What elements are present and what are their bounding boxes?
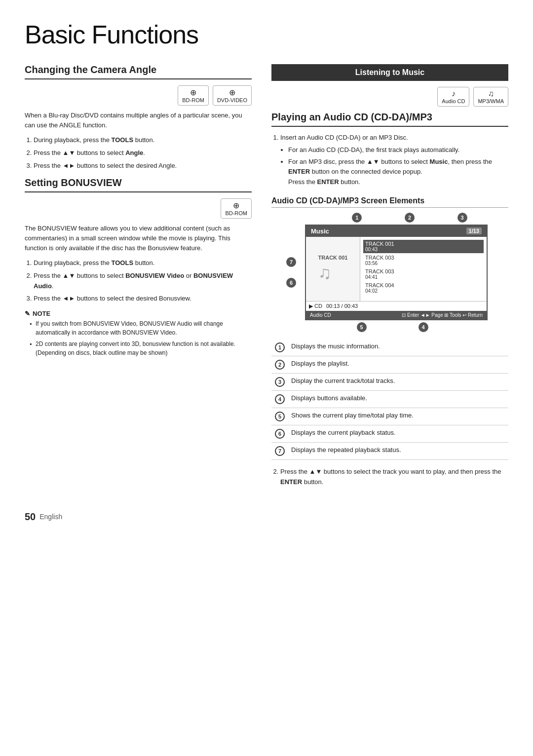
section-camera-angle-title: Changing the Camera Angle <box>25 64 252 79</box>
callout-3: 3 <box>457 213 467 223</box>
note-list: If you switch from BONUSVIEW Video, BONU… <box>25 319 252 357</box>
left-callouts: 7 6 <box>286 225 296 320</box>
playback-time: 00:13 / 00:43 <box>326 303 358 309</box>
info-row-6: 6 Displays the current playback status. <box>271 425 508 442</box>
music-note-icon: ♫ <box>318 263 348 283</box>
info-text-1: Displays the music information. <box>288 339 508 356</box>
info-row-1: 1 Displays the music information. <box>271 339 508 356</box>
step-2-list: Press the ▲▼ buttons to select the track… <box>271 467 508 488</box>
callout-5: 5 <box>357 322 367 332</box>
info-num-5: 5 <box>275 412 285 421</box>
dvd-video-icon: ⊕ DVD-VIDEO <box>213 85 252 106</box>
info-text-6: Displays the current playback status. <box>288 425 508 442</box>
playing-step-1: Insert an Audio CD (CD-DA) or an MP3 Dis… <box>280 133 508 188</box>
info-num-4: 4 <box>275 394 285 404</box>
page-number: 50 <box>25 511 36 523</box>
info-text-2: Displays the playlist. <box>288 356 508 373</box>
bottom-callouts: 5 4 <box>286 322 494 332</box>
callout-1: 1 <box>352 213 362 223</box>
info-num-2: 2 <box>275 360 285 370</box>
info-text-7: Displays the repeated playback status. <box>288 442 508 459</box>
bullet-2: For an MP3 disc, press the ▲▼ buttons to… <box>288 157 508 188</box>
page-footer: 50 English <box>25 511 508 523</box>
track-active: TRACK 001 00:43 <box>363 240 484 253</box>
bonusview-body: The BONUSVIEW feature allows you to view… <box>25 224 252 253</box>
info-table-body: 1 Displays the music information. 2 Disp… <box>271 339 508 460</box>
info-num-3: 3 <box>275 377 285 387</box>
info-num-1: 1 <box>275 342 285 352</box>
camera-angle-icons: ⊕ BD-ROM ⊕ DVD-VIDEO <box>25 85 252 106</box>
screen-music-icon: TRACK 001 ♫ <box>306 237 360 301</box>
playing-steps: Insert an Audio CD (CD-DA) or an MP3 Dis… <box>271 133 508 188</box>
info-row-5: 5 Shows the current play time/total play… <box>271 408 508 425</box>
track-left-label: TRACK 001 <box>318 255 348 261</box>
note-label: NOTE <box>33 310 50 317</box>
track-3: TRACK 003 04:41 <box>363 267 484 281</box>
bonusview-icons: ⊕ BD-ROM <box>25 198 252 219</box>
info-row-3: 3 Display the current track/total tracks… <box>271 373 508 390</box>
callout-2: 2 <box>405 213 415 223</box>
screen-right-panel: TRACK 001 00:43 TRACK 003 03:56 TRACK 00… <box>360 237 487 301</box>
left-column: Changing the Camera Angle ⊕ BD-ROM ⊕ DVD… <box>25 64 252 493</box>
section-bonusview-title: Setting BONUSVIEW <box>25 177 252 192</box>
music-screen: Music 1/13 TRACK 001 ♫ TRACK 001 <box>305 225 488 320</box>
footer-right-controls: ⊡ Enter ◄► Page ⊞ Tools ↩ Return <box>402 312 483 318</box>
listening-icons: ♪ Audio CD ♫ MP3/WMA <box>271 87 508 107</box>
info-num-7: 7 <box>275 446 285 456</box>
track-2: TRACK 003 03:56 <box>363 254 484 267</box>
listening-to-music-header: Listening to Music <box>271 64 508 81</box>
camera-step-1: During playback, press the TOOLS button. <box>34 135 252 146</box>
bonusview-step-1: During playback, press the TOOLS button. <box>34 258 252 268</box>
page-language: English <box>39 513 62 521</box>
bonusview-note: ✎ NOTE If you switch from BONUSVIEW Vide… <box>25 310 252 357</box>
camera-step-2: Press the ▲▼ buttons to select Angle. <box>34 148 252 158</box>
audio-cd-icon: ♪ Audio CD <box>437 87 469 107</box>
track-4: TRACK 004 04:02 <box>363 281 484 295</box>
note-pencil-icon: ✎ <box>25 310 30 317</box>
screen-elements-title: Audio CD (CD-DA)/MP3 Screen Elements <box>271 196 508 208</box>
camera-angle-body: When a Blu-ray Disc/DVD contains multipl… <box>25 111 252 130</box>
callout-4: 4 <box>419 322 428 332</box>
screen-track-badge: 1/13 <box>466 227 482 234</box>
info-text-3: Display the current track/total tracks. <box>288 373 508 390</box>
mp3-wma-icon: ♫ MP3/WMA <box>473 87 508 107</box>
top-callouts: 1 2 3 <box>286 213 494 223</box>
footer-left-label: Audio CD <box>310 312 331 318</box>
note-item-1: If you switch from BONUSVIEW Video, BONU… <box>30 319 252 337</box>
screen-body: TRACK 001 ♫ TRACK 001 00:43 TRACK 003 <box>306 237 487 301</box>
camera-angle-steps: During playback, press the TOOLS button.… <box>25 135 252 171</box>
bonusview-step-3: Press the ◄► buttons to select the desir… <box>34 294 252 304</box>
info-text-5: Shows the current play time/total play t… <box>288 408 508 425</box>
right-column: Listening to Music ♪ Audio CD ♫ MP3/WMA … <box>271 64 508 493</box>
screen-title: Music <box>311 227 329 235</box>
bonusview-steps: During playback, press the TOOLS button.… <box>25 258 252 304</box>
callout-6: 6 <box>286 278 296 288</box>
info-num-6: 6 <box>275 429 285 439</box>
callout-7: 7 <box>286 257 296 267</box>
info-row-7: 7 Displays the repeated playback status. <box>271 442 508 459</box>
screen-diagram-wrap: 1 2 3 7 6 Music 1/13 <box>286 213 494 332</box>
playback-mode: ▶ CD <box>309 303 322 309</box>
bonusview-step-2: Press the ▲▼ buttons to select BONUSVIEW… <box>34 271 252 292</box>
info-table: 1 Displays the music information. 2 Disp… <box>271 339 508 460</box>
bd-rom-icon: ⊕ BD-ROM <box>178 85 209 106</box>
screen-footer: Audio CD ⊡ Enter ◄► Page ⊞ Tools ↩ Retur… <box>306 311 487 319</box>
bullet-1: For an Audio CD (CD-DA), the first track… <box>288 145 508 155</box>
screen-controls: ▶ CD 00:13 / 00:43 <box>306 301 487 311</box>
note-item-2: 2D contents are playing convert into 3D,… <box>30 340 252 357</box>
page-title: Basic Functions <box>25 20 508 49</box>
track-active-time: 00:43 <box>365 247 482 252</box>
bonusview-bd-rom-icon: ⊕ BD-ROM <box>221 198 252 219</box>
playing-step-2: Press the ▲▼ buttons to select the track… <box>280 467 508 488</box>
info-text-4: Displays buttons available. <box>288 390 508 408</box>
info-row-4: 4 Displays buttons available. <box>271 390 508 408</box>
screen-header: Music 1/13 <box>306 226 487 237</box>
screen-diagram-row: 7 6 Music 1/13 TRACK 001 ♫ <box>286 225 494 320</box>
playing-audio-cd-title: Playing an Audio CD (CD-DA)/MP3 <box>271 112 508 127</box>
camera-step-3: Press the ◄► buttons to select the desir… <box>34 161 252 171</box>
info-row-2: 2 Displays the playlist. <box>271 356 508 373</box>
track-active-label: TRACK 001 <box>365 241 482 247</box>
playing-bullets: For an Audio CD (CD-DA), the first track… <box>280 145 508 188</box>
